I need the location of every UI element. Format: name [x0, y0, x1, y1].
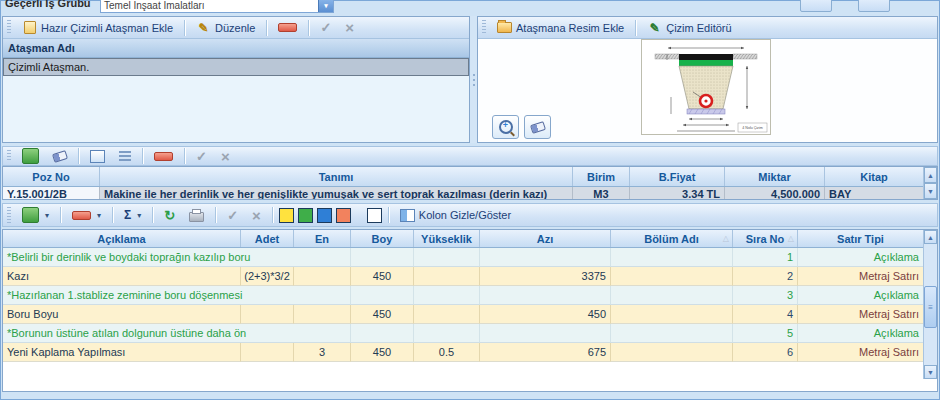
refresh-button[interactable]: ↻ [158, 206, 181, 225]
scrollbar-thumb[interactable]: ≡ [924, 286, 937, 328]
metraj-row-6[interactable]: Yeni Kaplama Yapılması 3 450 0.5 675 6 M… [3, 343, 923, 362]
cell-aciklama[interactable]: *Hazırlanan 1.stablize zeminine boru döş… [3, 286, 351, 305]
cell-aciklama[interactable]: Boru Boyu [3, 305, 241, 324]
cell-azi[interactable] [480, 248, 611, 267]
attachment-list-item[interactable]: Çizimli Ataşman. [3, 58, 469, 76]
cell-bolumadi[interactable] [611, 324, 733, 343]
metraj-table-scrollbar[interactable]: ▲ ≡ ▼ [923, 230, 937, 379]
toolbar-grip[interactable] [7, 207, 11, 222]
cell-azi[interactable]: 3375 [480, 267, 611, 286]
cell-boy[interactable] [351, 286, 414, 305]
cell-bolumadi[interactable] [611, 267, 733, 286]
edit-button[interactable]: ✎ Düzenle [190, 19, 261, 37]
toggle-columns-button[interactable]: Kolon Gizle/Göster [394, 207, 517, 224]
toolbar-grip[interactable] [7, 150, 11, 163]
metraj-row-1[interactable]: *Belirli bir derinlik ve boydaki toprağı… [3, 248, 923, 267]
cell-en[interactable] [294, 267, 351, 286]
column-header-en[interactable]: En [294, 230, 351, 247]
cell-birim[interactable]: M3 [573, 187, 630, 200]
column-header-satirtipi[interactable]: Satır Tipi [798, 230, 923, 247]
cell-satirtipi[interactable]: Açıklama [798, 324, 923, 343]
cell-sirano[interactable]: 6 [733, 343, 798, 362]
column-header-boy[interactable]: Boy [351, 230, 414, 247]
poz-tree-button[interactable] [113, 149, 137, 164]
combo-dropdown-button[interactable]: ▾ [318, 0, 333, 12]
cell-satirtipi[interactable]: Açıklama [798, 248, 923, 267]
cutoff-button-1[interactable] [800, 0, 832, 12]
attachment-name-column-header[interactable]: Ataşman Adı [3, 39, 469, 58]
cell-yukseklik[interactable] [414, 267, 480, 286]
column-header-birim[interactable]: Birim [573, 167, 630, 186]
scroll-down-button[interactable]: ▼ [924, 365, 937, 379]
clear-poz-button[interactable] [47, 150, 73, 163]
toolbar-grip[interactable] [7, 20, 11, 35]
cell-azi[interactable] [480, 324, 611, 343]
column-header-azi[interactable]: Azı [480, 230, 611, 247]
cell-azi[interactable]: 450 [480, 305, 611, 324]
cell-azi[interactable] [480, 286, 611, 305]
column-header-bfiyat[interactable]: B.Fiyat [630, 167, 725, 186]
metraj-row-4[interactable]: Boru Boyu 450 450 4 Metraj Satırı [3, 305, 923, 324]
cell-aciklama[interactable]: *Belirli bir derinlik ve boydaki toprağı… [3, 248, 351, 267]
cell-aciklama[interactable]: *Borunun üstüne atılan dolgunun üstüne d… [3, 324, 351, 343]
cell-sirano[interactable]: 2 [733, 267, 798, 286]
cancel-button[interactable]: × [339, 18, 360, 37]
column-header-tanimi[interactable]: Tanımı [100, 167, 573, 186]
scroll-up-button[interactable]: ▲ [924, 167, 937, 183]
cell-yukseklik[interactable]: 0.5 [414, 343, 480, 362]
column-header-bolumadi[interactable]: Bölüm Adı△ [611, 230, 733, 247]
cell-en[interactable] [294, 305, 351, 324]
cell-satirtipi[interactable]: Açıklama [798, 286, 923, 305]
scroll-up-button[interactable]: ▲ [924, 230, 937, 244]
clear-image-button[interactable] [524, 115, 551, 139]
cell-boy[interactable]: 450 [351, 305, 414, 324]
cell-bolumadi[interactable] [611, 305, 733, 324]
scroll-down-button[interactable]: ▼ [924, 183, 937, 199]
cell-bfiyat[interactable]: 3.34 TL [630, 187, 725, 200]
cancel-button[interactable]: × [215, 147, 236, 166]
column-header-pozno[interactable]: Poz No [3, 167, 100, 186]
zoom-preview-button[interactable]: + [492, 115, 519, 139]
current-group-combobox[interactable]: Temel İnşaat İmalatları ▾ [100, 0, 334, 13]
column-header-adet[interactable]: Adet [241, 230, 294, 247]
delete-attachment-button[interactable] [272, 21, 303, 34]
cell-tanimi[interactable]: Makine ile her derinlik ve her genişlikt… [100, 187, 573, 200]
cell-sirano[interactable]: 1 [733, 248, 798, 267]
add-image-to-attachment-button[interactable]: Ataşmana Resim Ekle [491, 19, 630, 37]
toolbar-grip[interactable] [482, 20, 486, 35]
row-color-white-button[interactable] [367, 208, 382, 223]
cancel-button[interactable]: × [246, 206, 267, 225]
add-poz-button[interactable] [16, 146, 45, 166]
cell-yukseklik[interactable] [414, 286, 480, 305]
add-ready-drawing-attachment-button[interactable]: Hazır Çizimli Ataşman Ekle [16, 19, 179, 37]
cutoff-button-2[interactable] [858, 0, 890, 12]
metraj-row-5[interactable]: *Borunun üstüne atılan dolgunun üstüne d… [3, 324, 923, 343]
drawing-editor-button[interactable]: ✎ Çizim Editörü [641, 19, 737, 37]
cell-aciklama[interactable]: Yeni Kaplama Yapılması [3, 343, 241, 362]
cell-yukseklik[interactable] [414, 324, 480, 343]
cell-bolumadi[interactable] [611, 286, 733, 305]
cell-yukseklik[interactable] [414, 248, 480, 267]
column-header-aciklama[interactable]: Açıklama [3, 230, 241, 247]
cell-kitap[interactable]: BAY [825, 187, 923, 200]
confirm-button[interactable]: ✓ [190, 148, 213, 165]
cell-azi[interactable]: 675 [480, 343, 611, 362]
row-color-orange-button[interactable] [336, 208, 351, 223]
add-row-button[interactable]: ▾ [16, 205, 55, 225]
cell-boy[interactable]: 450 [351, 343, 414, 362]
poz-table-scrollbar[interactable]: ▲ ▼ [923, 167, 937, 199]
cell-adet[interactable] [241, 343, 294, 362]
sum-button[interactable]: Σ ▾ [118, 206, 147, 224]
cell-boy[interactable] [351, 324, 414, 343]
column-header-sirano[interactable]: Sıra No△ [733, 230, 798, 247]
cell-aciklama[interactable]: Kazı [3, 267, 241, 286]
cell-bolumadi[interactable] [611, 343, 733, 362]
row-color-blue-button[interactable] [317, 208, 332, 223]
confirm-button[interactable]: ✓ [221, 207, 244, 224]
column-header-kitap[interactable]: Kitap [825, 167, 923, 186]
delete-row-button[interactable]: ▾ [66, 209, 107, 222]
row-color-green-button[interactable] [298, 208, 313, 223]
metraj-row-2[interactable]: Kazı (2+3)*3/2 450 3375 2 Metraj Satırı [3, 267, 923, 286]
cell-en[interactable]: 3 [294, 343, 351, 362]
column-header-miktar[interactable]: Miktar [725, 167, 825, 186]
